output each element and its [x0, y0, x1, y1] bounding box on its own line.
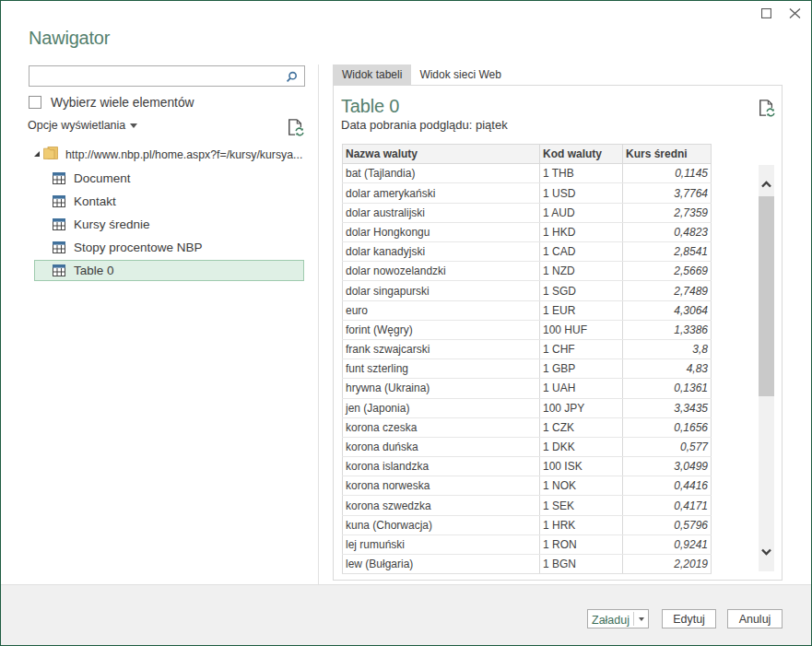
tree-item-kontakt[interactable]: Kontakt	[1, 189, 319, 212]
table-cell: dolar australijski	[343, 203, 540, 222]
preview-subtitle: Data pobrania podglądu: piątek	[341, 118, 508, 132]
table-row: euro1 EUR4,3064	[343, 300, 712, 320]
column-header: Nazwa waluty	[343, 145, 540, 164]
table-icon	[53, 195, 65, 207]
table-icon	[53, 218, 65, 230]
chevron-up-icon	[761, 181, 771, 188]
table-cell: 2,7489	[623, 281, 712, 300]
table-cell: 2,5669	[623, 262, 712, 281]
tab-widok-sieci-web[interactable]: Widok sieci Web	[411, 65, 509, 86]
table-row: korona islandzka100 ISK3,0499	[343, 457, 712, 476]
vertical-scrollbar[interactable]	[759, 165, 774, 571]
table-cell: 0,4171	[623, 496, 712, 515]
tree-item-label: Table 0	[74, 264, 114, 277]
table-cell: dolar singapurski	[343, 281, 540, 300]
select-multiple-label: Wybierz wiele elementów	[51, 96, 194, 110]
maximize-icon	[761, 8, 771, 18]
dialog-title: Nawigator	[29, 29, 110, 47]
table-grid-icon	[53, 172, 65, 184]
column-header: Kurs średni	[623, 145, 712, 164]
table-cell: 4,3064	[623, 300, 712, 320]
table-cell: 1 SGD	[540, 281, 623, 300]
table-cell: bat (Tajlandia)	[343, 164, 540, 183]
table-cell: 1 EUR	[540, 300, 623, 320]
select-multiple-checkbox[interactable]	[29, 96, 41, 109]
folder-glyph-icon	[43, 147, 58, 159]
table-row: lew (Bułgaria)1 BGN2,2019	[343, 555, 712, 574]
table-cell: 2,8541	[623, 242, 712, 262]
tree-item-table-0[interactable]: Table 0	[1, 258, 319, 281]
load-button-label: Załaduj	[588, 614, 633, 627]
tree-item-document[interactable]: Document	[1, 166, 319, 189]
refresh-preview-icon[interactable]	[759, 100, 778, 119]
table-cell: 3,3435	[623, 398, 712, 417]
table-cell: 0,9241	[623, 534, 712, 554]
table-row: korona szwedzka1 SEK0,4171	[343, 496, 712, 515]
table-row: korona duńska1 DKK0,577	[343, 437, 712, 456]
tree-item-stopy-procentowe-nbp[interactable]: Stopy procentowe NBP	[1, 235, 319, 258]
table-cell: euro	[343, 300, 540, 320]
tree-item-kursy-rednie[interactable]: Kursy średnie	[1, 212, 319, 235]
table-cell: 0,577	[623, 437, 712, 456]
table-cell: 0,4823	[623, 222, 712, 241]
table-cell: hrywna (Ukraina)	[343, 379, 540, 398]
table-cell: dolar nowozelandzki	[343, 262, 540, 281]
table-cell: 0,1145	[623, 164, 712, 183]
tree-item-label: Stopy procentowe NBP	[74, 241, 203, 254]
table-cell: 4,83	[623, 359, 712, 379]
table-cell: 1 HKD	[540, 222, 623, 241]
maximize-button[interactable]	[761, 8, 771, 18]
display-options-dropdown[interactable]: Opcje wyświetlania	[28, 119, 137, 132]
close-button[interactable]	[789, 8, 801, 18]
table-cell: korona islandzka	[343, 457, 540, 476]
tree-expand-icon[interactable]	[33, 150, 41, 158]
table-cell: 1 DKK	[540, 437, 623, 456]
tree-root-item[interactable]: http://www.nbp.pl/home.aspx?f=/kursy/kur…	[1, 143, 319, 166]
table-cell: jen (Japonia)	[343, 398, 540, 417]
scroll-up-button[interactable]	[759, 176, 774, 192]
table-row: bat (Tajlandia)1 THB0,1145	[343, 164, 712, 183]
tree-item-label: Document	[74, 171, 131, 185]
table-cell: dolar amerykański	[343, 183, 540, 203]
search-input[interactable]	[33, 67, 282, 85]
scroll-down-button[interactable]	[759, 544, 774, 559]
table-row: kuna (Chorwacja)1 HRK0,5796	[343, 515, 712, 534]
table-cell: kuna (Chorwacja)	[343, 515, 540, 534]
table-cell: 1 USD	[540, 183, 623, 203]
table-cell: lej rumuński	[343, 534, 540, 554]
view-tabs: Widok tabeliWidok sieci Web	[333, 65, 510, 86]
table-grid-icon	[53, 264, 65, 276]
load-dropdown-caret-icon[interactable]	[639, 617, 644, 621]
folder-icon	[43, 147, 58, 159]
load-split-divider	[633, 612, 634, 626]
table-row: jen (Japonia)100 JPY3,3435	[343, 398, 712, 417]
table-cell: 1 NZD	[540, 262, 623, 281]
table-cell: 1 CZK	[540, 417, 623, 437]
chevron-down-icon	[761, 548, 771, 556]
table-cell: korona norweska	[343, 476, 540, 496]
table-row: korona norweska1 NOK0,4416	[343, 476, 712, 496]
table-cell: frank szwajcarski	[343, 339, 540, 358]
edit-button[interactable]: Edytuj	[662, 609, 716, 628]
tree-item-label: Kontakt	[74, 194, 116, 208]
table-cell: lew (Bułgaria)	[343, 555, 540, 574]
table-cell: 1 THB	[540, 164, 623, 183]
search-box	[29, 65, 305, 87]
scrollbar-thumb[interactable]	[759, 196, 774, 396]
search-icon[interactable]	[285, 70, 299, 84]
refresh-source-icon[interactable]	[288, 119, 307, 138]
cancel-button[interactable]: Anuluj	[727, 609, 783, 628]
table-icon	[53, 264, 65, 276]
footer-bar: Załaduj Edytuj Anuluj	[1, 584, 811, 645]
table-row: funt szterling1 GBP4,83	[343, 359, 712, 379]
load-button[interactable]: Załaduj	[587, 609, 649, 628]
table-cell: 2,7359	[623, 203, 712, 222]
table-cell: 0,5796	[623, 515, 712, 534]
table-row: dolar Hongkongu1 HKD0,4823	[343, 222, 712, 241]
table-row: korona czeska1 CZK0,1656	[343, 417, 712, 437]
tab-widok-tabeli[interactable]: Widok tabeli	[333, 65, 411, 86]
pane-separator	[318, 65, 319, 585]
column-header: Kod waluty	[540, 145, 623, 164]
table-row: dolar kanadyjski1 CAD2,8541	[343, 242, 712, 262]
table-cell: 100 ISK	[540, 457, 623, 476]
